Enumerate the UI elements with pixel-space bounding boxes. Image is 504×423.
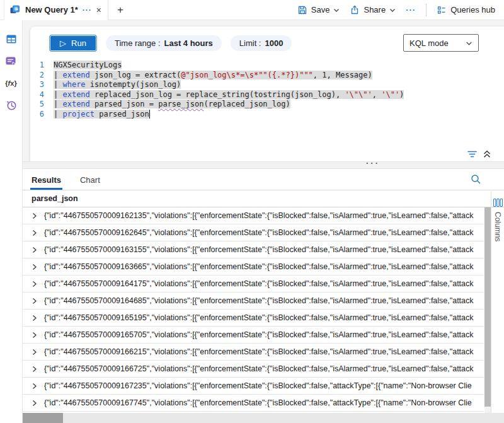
functions-icon[interactable]: {fx} — [5, 77, 18, 90]
expand-chevron-icon[interactable] — [31, 349, 41, 356]
code-text[interactable]: | extend replaced_json_log = replace_str… — [54, 90, 404, 100]
code-line[interactable]: 1NGXSecurityLogs — [30, 61, 504, 71]
mode-chevron-down-icon — [466, 40, 472, 47]
results-grid: {"id":"4467550570009162135","violations"… — [23, 207, 484, 413]
table-row[interactable]: {"id":"4467550570009164175","violations"… — [23, 275, 484, 293]
expand-chevron-icon[interactable] — [31, 315, 41, 322]
share-button[interactable]: Share — [350, 5, 396, 15]
table-row[interactable]: {"id":"4467550570009164685","violations"… — [23, 293, 484, 310]
code-text[interactable]: NGXSecurityLogs — [54, 61, 122, 71]
line-number: 5 — [35, 100, 44, 110]
column-header-parsed-json[interactable]: parsed_json — [32, 194, 78, 203]
horizontal-scrollbar[interactable] — [23, 413, 504, 423]
columns-label: Columns — [493, 212, 502, 241]
search-icon[interactable] — [471, 174, 481, 185]
expand-chevron-icon[interactable] — [31, 383, 41, 390]
table-row[interactable]: {"id":"4467550570009162645","violations"… — [23, 224, 484, 241]
row-json-text: {"id":"4467550570009162645","violations"… — [44, 228, 474, 237]
line-number: 2 — [35, 71, 44, 81]
query-tab-title: New Query 1* — [25, 5, 78, 14]
row-json-text: {"id":"4467550570009167235","violations"… — [44, 381, 472, 390]
tables-icon[interactable] — [5, 33, 18, 45]
expand-chevron-icon[interactable] — [31, 264, 41, 270]
expand-chevron-icon[interactable] — [31, 281, 41, 287]
editor-controls — [467, 149, 491, 159]
row-json-text: {"id":"4467550570009167745","violations"… — [44, 398, 472, 407]
share-label: Share — [364, 5, 386, 14]
splitter-handle[interactable]: ··· — [366, 158, 380, 168]
horizontal-scrollbar-thumb[interactable] — [23, 413, 63, 423]
code-text[interactable]: | extend parsed_json = parse_json(replac… — [54, 100, 290, 110]
more-actions-button[interactable]: ··· — [406, 5, 416, 14]
code-text[interactable]: | extend json_log = extract(@"json_log\s… — [54, 71, 372, 81]
new-tab-button[interactable]: + — [117, 4, 123, 16]
code-line[interactable]: 5| extend parsed_json = parse_json(repla… — [30, 100, 504, 110]
query-tab[interactable]: New Query 1* ··· × — [4, 0, 108, 20]
query-history-icon[interactable] — [5, 99, 18, 112]
table-row[interactable]: {"id":"4467550570009165705","violations"… — [23, 327, 484, 344]
line-number: 3 — [35, 80, 44, 90]
share-chevron-down-icon — [389, 7, 396, 13]
table-row[interactable]: {"id":"4467550570009166215","violations"… — [23, 344, 484, 361]
expand-chevron-icon[interactable] — [31, 246, 41, 253]
code-line[interactable]: 4| extend replaced_json_log = replace_st… — [30, 90, 504, 100]
table-row[interactable]: {"id":"4467550570009165195","violations"… — [23, 310, 484, 327]
expand-chevron-icon[interactable] — [31, 332, 41, 339]
limit-label: Limit : — [239, 38, 261, 48]
grid-header: parsed_json — [23, 190, 504, 207]
expand-chevron-icon[interactable] — [31, 400, 41, 407]
table-row[interactable]: {"id":"4467550570009163155","violations"… — [23, 241, 484, 258]
code-text[interactable]: | project parsed_json — [54, 110, 150, 120]
limit-picker[interactable]: Limit : 1000 — [231, 35, 292, 51]
table-row[interactable]: {"id":"4467550570009167745","violations"… — [23, 395, 484, 412]
code-line[interactable]: 6| project parsed_json — [30, 110, 504, 120]
expand-chevron-icon[interactable] — [31, 229, 41, 236]
run-button[interactable]: ▷ Run — [49, 35, 97, 52]
tab-bar: New Query 1* ··· × + Save Share ··· — [0, 0, 504, 20]
collapse-editor-icon[interactable] — [483, 149, 491, 159]
tab-chart[interactable]: Chart — [79, 171, 101, 190]
tab-results[interactable]: Results — [30, 171, 62, 190]
table-row[interactable]: {"id":"4467550570009166725","violations"… — [23, 361, 484, 378]
code-editor[interactable]: 1NGXSecurityLogs2| extend json_log = ext… — [30, 61, 504, 119]
panel-splitter[interactable]: ··· — [23, 161, 504, 169]
vertical-scrollbar[interactable] — [484, 207, 491, 413]
results-panel: Results Chart parsed_json {"id":"4467550… — [23, 169, 504, 413]
top-actions: Save Share ··· Queries hub — [297, 4, 504, 16]
limit-value: 1000 — [265, 38, 283, 48]
expand-chevron-icon[interactable] — [31, 298, 41, 304]
row-json-text: {"id":"4467550570009165195","violations"… — [44, 313, 474, 322]
table-row[interactable]: {"id":"4467550570009167235","violations"… — [23, 378, 484, 395]
queries-hub-button[interactable]: Queries hub — [437, 5, 495, 15]
row-json-text: {"id":"4467550570009164175","violations"… — [44, 279, 474, 288]
table-row[interactable]: {"id":"4467550570009162135","violations"… — [23, 207, 484, 224]
code-line[interactable]: 3| where isnotempty(json_log) — [30, 80, 504, 90]
time-range-picker[interactable]: Time range : Last 4 hours — [106, 35, 222, 51]
tab-close-icon[interactable]: × — [96, 6, 101, 14]
query-editor-panel: ▷ Run Time range : Last 4 hours Limit : … — [30, 26, 504, 161]
save-button[interactable]: Save — [297, 5, 340, 15]
query-mode-select[interactable]: KQL mode — [403, 34, 479, 52]
table-row[interactable]: {"id":"4467550570009163665","violations"… — [23, 258, 484, 275]
save-icon — [297, 5, 307, 15]
save-label: Save — [311, 5, 330, 14]
row-json-text: {"id":"4467550570009162135","violations"… — [44, 211, 474, 220]
columns-side-tab[interactable]: Columns — [491, 191, 504, 413]
text-cursor — [149, 110, 151, 119]
code-line[interactable]: 2| extend json_log = extract(@"json_log\… — [30, 71, 504, 81]
code-text[interactable]: | where isnotempty(json_log) — [54, 80, 181, 90]
row-json-text: {"id":"4467550570009165705","violations"… — [44, 330, 474, 339]
tab-more-menu[interactable]: ··· — [83, 6, 92, 14]
expand-chevron-icon[interactable] — [31, 366, 41, 373]
query-toolbar: ▷ Run Time range : Last 4 hours Limit : … — [30, 26, 504, 58]
left-rail: {fx} — [0, 20, 23, 423]
format-query-icon[interactable] — [467, 149, 478, 159]
query-mode-value: KQL mode — [410, 38, 449, 48]
time-range-value: Last 4 hours — [164, 38, 213, 48]
line-number: 6 — [35, 110, 44, 120]
divider — [426, 4, 427, 16]
expand-chevron-icon[interactable] — [31, 212, 41, 219]
sample-queries-icon[interactable] — [5, 55, 18, 67]
line-number: 4 — [35, 90, 44, 100]
vertical-scrollbar-thumb[interactable] — [484, 207, 491, 407]
